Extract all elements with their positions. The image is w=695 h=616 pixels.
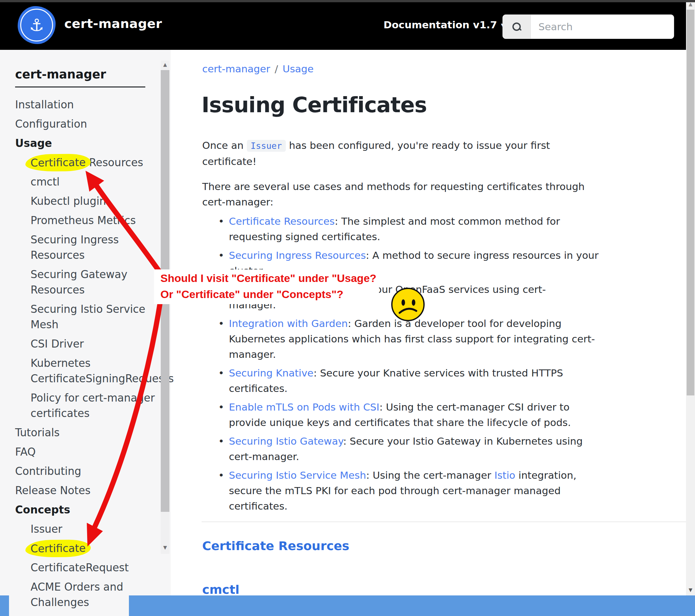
sidebar-item-certificate-resources[interactable]: Certificate Resources bbox=[15, 155, 171, 170]
section-heading-certificate-resources[interactable]: Certificate Resources bbox=[202, 539, 350, 553]
issuer-code-chip: Issuer bbox=[247, 140, 286, 152]
annotation-note-box: Should I visit "Certificate" under "Usag… bbox=[154, 269, 379, 304]
annotation-note-text: Should I visit "Certificate" under "Usag… bbox=[160, 270, 376, 302]
doc-link-enable-mtls-on-pods-with-csi[interactable]: Enable mTLS on Pods with CSI bbox=[229, 401, 379, 413]
sidebar-item-securing-gateway[interactable]: Securing Gateway Resources bbox=[15, 267, 171, 298]
search-button[interactable] bbox=[503, 15, 531, 38]
window-top-strip bbox=[0, 0, 695, 2]
doc-link-istio[interactable]: Istio bbox=[494, 469, 515, 481]
sidebar-item-release-notes[interactable]: Release Notes bbox=[15, 483, 171, 498]
sidebar-item-securing-ingress[interactable]: Securing Ingress Resources bbox=[15, 232, 171, 263]
breadcrumb: cert-manager/Usage bbox=[202, 63, 314, 74]
use-case-item: Integration with Garden: Garden is a dev… bbox=[202, 316, 684, 362]
sidebar-item-policy-for-cert-manager[interactable]: Policy for cert-manager certificates bbox=[15, 390, 171, 421]
section-heading-cmctl[interactable]: cmctl bbox=[202, 583, 239, 597]
doc-link-certificate-resources[interactable]: Certificate Resources bbox=[229, 215, 335, 227]
use-case-item: Securing Istio Gateway: Secure your Isti… bbox=[202, 433, 684, 464]
doc-link-integration-with-garden[interactable]: Integration with Garden bbox=[229, 318, 348, 329]
breadcrumb-current-link[interactable]: Usage bbox=[283, 63, 314, 74]
use-case-item: Enable mTLS on Pods with CSI: Using the … bbox=[202, 399, 684, 430]
sidebar-item-usage[interactable]: Usage bbox=[15, 136, 171, 151]
sidebar-scroll-up-icon[interactable]: ▲ bbox=[161, 62, 169, 67]
search-icon bbox=[512, 22, 521, 31]
use-case-item: Securing Istio Service Mesh: Using the c… bbox=[202, 467, 684, 514]
docs-version-dropdown[interactable]: Documentation v1.7▾ bbox=[384, 19, 505, 31]
breadcrumb-separator: / bbox=[275, 63, 278, 74]
sidebar-item-prometheus-metrics[interactable]: Prometheus Metrics bbox=[15, 213, 171, 228]
use-case-list: Certificate Resources: The simplest and … bbox=[202, 214, 684, 517]
sidebar-item-csi-driver[interactable]: CSI Driver bbox=[15, 336, 171, 352]
sidebar-item-configuration[interactable]: Configuration bbox=[15, 116, 171, 132]
sidebar-item-kubectl-plugin[interactable]: Kubectl plugin bbox=[15, 194, 171, 209]
sidebar-item-kubernetes[interactable]: Kubernetes CertificateSigningRequests bbox=[15, 355, 171, 386]
yellow-highlight: Certificate bbox=[26, 539, 91, 557]
intro-paragraph: Once an Issuer has been configured, you'… bbox=[202, 138, 675, 169]
page-scroll-down-icon[interactable]: ▼ bbox=[686, 587, 695, 593]
page-title: Issuing Certificates bbox=[202, 93, 427, 117]
sidebar-item-concepts[interactable]: Concepts bbox=[15, 502, 171, 518]
breadcrumb-home-link[interactable]: cert-manager bbox=[202, 63, 270, 74]
lead-paragraph: There are several use cases and methods … bbox=[202, 179, 675, 210]
search-input[interactable] bbox=[531, 15, 674, 38]
use-case-item: Certificate Resources: The simplest and … bbox=[202, 214, 684, 244]
sidebar-item-certificaterequest[interactable]: CertificateRequest bbox=[15, 560, 171, 576]
doc-link-securing-ingress-resources[interactable]: Securing Ingress Resources bbox=[229, 249, 366, 261]
doc-link-securing-istio-service-mesh[interactable]: Securing Istio Service Mesh bbox=[229, 469, 366, 481]
sidebar-item-faq[interactable]: FAQ bbox=[15, 444, 171, 460]
sidebar-item-securing-istio-service[interactable]: Securing Istio Service Mesh bbox=[15, 302, 171, 332]
search-box bbox=[503, 15, 674, 39]
sidebar: cert-manager InstallationConfigurationUs… bbox=[0, 50, 171, 596]
page-scrollbar-thumb[interactable] bbox=[686, 10, 694, 396]
use-case-item: Securing Knative: Secure your Knative se… bbox=[202, 365, 684, 396]
sidebar-item-cmctl[interactable]: cmctl bbox=[15, 174, 171, 190]
header-bar: ⚓ cert-manager Documentation v1.7▾ bbox=[0, 2, 686, 50]
sidebar-item-issuer[interactable]: Issuer bbox=[15, 521, 171, 537]
docs-version-label: Documentation v1.7 bbox=[384, 19, 497, 31]
sidebar-scroll-down-icon[interactable]: ▼ bbox=[161, 545, 169, 550]
doc-link-securing-knative[interactable]: Securing Knative bbox=[229, 367, 313, 379]
sidebar-divider bbox=[15, 86, 145, 87]
sidebar-item-tutorials[interactable]: Tutorials bbox=[15, 425, 171, 440]
sidebar-item-contributing[interactable]: Contributing bbox=[15, 464, 171, 479]
sidebar-nav: InstallationConfigurationUsageCertificat… bbox=[15, 97, 171, 610]
sidebar-title: cert-manager bbox=[15, 67, 171, 81]
brand-title: cert-manager bbox=[64, 16, 162, 31]
sidebar-item-certificate[interactable]: Certificate bbox=[15, 541, 171, 556]
cert-manager-logo[interactable]: ⚓ bbox=[18, 6, 56, 44]
anchor-icon: ⚓ bbox=[20, 9, 53, 41]
confused-face-icon bbox=[391, 288, 425, 321]
doc-link-securing-istio-gateway[interactable]: Securing Istio Gateway bbox=[229, 435, 343, 447]
sidebar-item-installation[interactable]: Installation bbox=[15, 97, 171, 113]
section-divider bbox=[202, 521, 686, 522]
sidebar-item-acme-orders-and[interactable]: ACME Orders and Challenges bbox=[15, 579, 171, 610]
yellow-highlight: Certificate bbox=[26, 154, 91, 172]
page: ⚓ cert-manager Documentation v1.7▾ cert-… bbox=[0, 0, 695, 616]
